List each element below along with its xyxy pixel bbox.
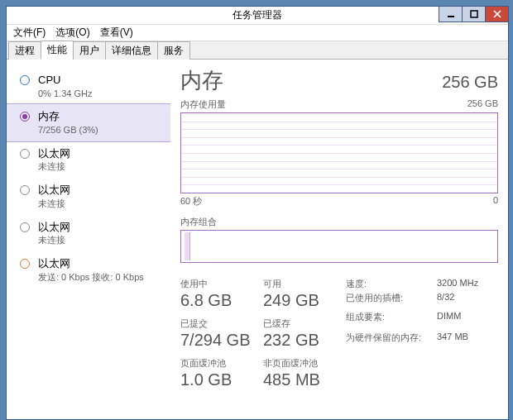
sidebar-eth3-title: 以太网 [38,220,70,235]
slots-label: 已使用的插槽: [346,292,437,309]
sidebar-item-ethernet-2[interactable]: 以太网 未连接 [7,178,170,214]
form-factor-value: DIMM [437,311,498,330]
window-controls [439,6,509,22]
usage-chart-max: 256 GB [467,98,498,111]
sidebar-memory-sub: 7/256 GB (3%) [38,124,98,136]
cached-label: 已缓存 [263,317,346,330]
committed-value: 7/294 GB [180,332,263,349]
tab-users[interactable]: 用户 [73,41,106,60]
tab-details[interactable]: 详细信息 [105,41,158,60]
page-title: 内存 [180,66,223,95]
svg-rect-1 [471,11,477,17]
available-value: 249 GB [263,292,346,309]
hw-reserved-value: 347 MB [437,332,498,349]
ethernet-indicator-icon [20,259,30,269]
sidebar-eth4-sub: 发送: 0 Kbps 接收: 0 Kbps [38,271,144,284]
menu-view[interactable]: 查看(V) [98,26,135,40]
sidebar-eth2-title: 以太网 [38,183,70,198]
usage-chart-label: 内存使用量 [180,98,226,111]
paged-pool-label: 页面缓冲池 [180,357,263,370]
sidebar-eth2-sub: 未连接 [38,198,70,210]
maximize-button[interactable] [462,6,486,22]
sidebar-item-ethernet-4[interactable]: 以太网 发送: 0 Kbps 接收: 0 Kbps [7,251,170,288]
hw-reserved-label: 为硬件保留的内存: [346,332,437,349]
memory-in-use-segment [185,232,190,260]
speed-value: 3200 MHz [437,278,498,290]
ethernet-indicator-icon [20,185,30,195]
menu-file[interactable]: 文件(F) [12,26,47,40]
minimize-button[interactable] [439,6,463,22]
sidebar-eth4-title: 以太网 [38,256,144,271]
paged-pool-value: 1.0 GB [180,371,263,389]
memory-usage-chart [180,112,498,193]
memory-composition-chart [180,230,498,263]
memory-indicator-icon [20,112,30,122]
ethernet-indicator-icon [20,149,30,159]
memory-detail-pane: 内存 256 GB 内存使用量 256 GB 60 秒 0 [170,60,508,419]
nonpaged-pool-label: 非页面缓冲池 [263,357,346,370]
sidebar-item-memory[interactable]: 内存 7/256 GB (3%) [7,103,170,141]
svg-rect-0 [448,16,454,17]
close-button[interactable] [485,6,509,22]
minimize-icon [447,10,455,18]
chart-x-left: 60 秒 [180,195,202,208]
committed-label: 已提交 [180,317,263,330]
ethernet-indicator-icon [20,222,30,232]
chart-x-right: 0 [493,195,498,208]
sidebar-item-cpu[interactable]: CPU 0% 1.34 GHz [7,68,170,104]
sidebar-item-ethernet-3[interactable]: 以太网 未连接 [7,215,170,251]
sidebar-eth3-sub: 未连接 [38,234,70,246]
slots-value: 8/32 [437,292,498,309]
titlebar[interactable]: 任务管理器 [7,7,508,25]
maximize-icon [470,10,478,18]
sidebar-memory-title: 内存 [38,109,98,124]
nonpaged-pool-value: 485 MB [263,371,346,389]
sidebar-item-ethernet-1[interactable]: 以太网 未连接 [7,141,170,178]
memory-total: 256 GB [442,73,498,92]
tab-strip: 进程 性能 用户 详细信息 服务 [7,41,508,60]
composition-chart-label: 内存组合 [180,216,498,228]
window-title: 任务管理器 [233,8,282,22]
close-icon [493,10,501,18]
sidebar-eth1-title: 以太网 [38,146,70,161]
cached-value: 232 GB [263,332,346,349]
tab-services[interactable]: 服务 [157,41,190,60]
menu-bar: 文件(F) 选项(O) 查看(V) [7,25,508,41]
content-area: CPU 0% 1.34 GHz 内存 7/256 GB (3%) 以太网 未连接 [7,60,508,419]
cpu-indicator-icon [20,75,30,85]
sidebar-eth1-sub: 未连接 [38,160,70,173]
memory-stats-grid: 使用中 可用 速度: 3200 MHz 6.8 GB 249 GB 已使用的插槽… [180,278,498,389]
sidebar-cpu-title: CPU [38,73,92,88]
task-manager-window: 任务管理器 文件(F) 选项(O) 查看(V) 进程 性能 用户 详细信息 服务 [6,6,509,420]
available-label: 可用 [263,278,346,290]
speed-label: 速度: [346,278,437,290]
in-use-value: 6.8 GB [180,292,263,309]
performance-sidebar: CPU 0% 1.34 GHz 内存 7/256 GB (3%) 以太网 未连接 [7,60,170,419]
form-factor-label: 组成要素: [346,311,437,330]
tab-performance[interactable]: 性能 [41,41,74,60]
in-use-label: 使用中 [180,278,263,290]
sidebar-cpu-sub: 0% 1.34 GHz [38,88,92,100]
menu-options[interactable]: 选项(O) [54,26,91,40]
tab-processes[interactable]: 进程 [8,41,41,60]
